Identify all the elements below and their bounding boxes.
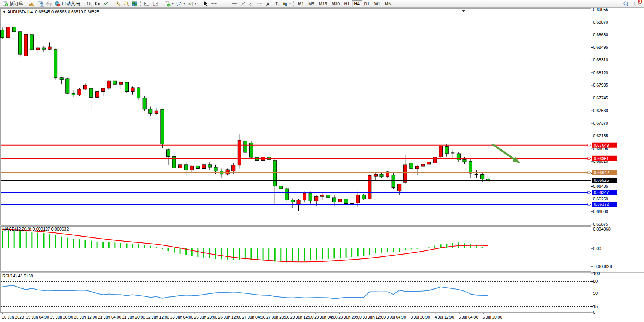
timeframe-d1-button[interactable]: D1 xyxy=(362,0,372,7)
candle-body xyxy=(309,193,312,201)
timeframe-h4-button[interactable]: H4 xyxy=(352,0,362,7)
auto-trading-button-label: 自动交易 xyxy=(62,0,80,7)
arrows-icon xyxy=(282,1,288,7)
indicators-icon xyxy=(164,1,171,7)
rsi-axis-tick: 100 xyxy=(593,271,600,276)
macd-indicator-label: MACD(12,26,9) 0.000127 0.000632 xyxy=(2,227,69,231)
search-button[interactable] xyxy=(622,0,630,7)
vertical-line-button[interactable] xyxy=(222,0,230,7)
toolbar-right-group: 1 xyxy=(622,0,644,7)
candle-body xyxy=(356,195,360,203)
price-axis-tick: 0.68310 xyxy=(593,58,608,62)
auto-scroll-button[interactable] xyxy=(143,0,151,7)
timeframe-w1-button[interactable]: W1 xyxy=(372,0,383,7)
time-axis-label: 19 Jun 20:00 xyxy=(50,315,73,319)
timeframe-m15-button[interactable]: M15 xyxy=(317,0,329,7)
zoom-out-button[interactable] xyxy=(122,0,131,7)
candle-body xyxy=(48,47,51,49)
toolbar-separator xyxy=(293,1,294,6)
time-axis-label: 27 Jun 20:00 xyxy=(266,315,290,319)
new-order-button[interactable]: 新订单 xyxy=(1,0,24,7)
user-chart-button[interactable] xyxy=(37,0,45,7)
candle-body xyxy=(469,161,472,173)
candle-body xyxy=(392,175,395,188)
price-axis-tick: 0.68870 xyxy=(593,20,608,24)
line-anchor-marker[interactable] xyxy=(588,171,590,174)
svg-text:A: A xyxy=(266,1,269,6)
equidistant-channel-button[interactable]: E xyxy=(247,0,255,7)
macd-chart-pane[interactable] xyxy=(1,226,591,272)
line-anchor-marker[interactable] xyxy=(588,203,590,205)
vertical-line-icon xyxy=(223,1,229,7)
horizontal-line-button[interactable] xyxy=(230,0,239,7)
chart-shift-button[interactable] xyxy=(151,0,159,7)
price-axis-tick: 0.69055 xyxy=(593,8,608,12)
line-anchor-marker[interactable] xyxy=(588,144,590,146)
candle-body xyxy=(320,195,324,197)
candle-body xyxy=(66,79,69,93)
trendline-button[interactable] xyxy=(239,0,247,7)
candle-body xyxy=(13,27,16,32)
periods-icon xyxy=(176,1,182,7)
candle-body xyxy=(113,81,116,84)
tile-windows-button[interactable] xyxy=(131,0,139,7)
candle-body xyxy=(486,179,490,181)
candle-body xyxy=(179,165,182,168)
line-anchor-marker[interactable] xyxy=(588,157,590,160)
candle-body xyxy=(315,196,318,201)
candlestick-chart-button[interactable] xyxy=(93,0,102,7)
time-axis-label: 21 Jun 04:00 xyxy=(98,315,121,319)
candle-body xyxy=(196,166,199,168)
gold-bars-icon xyxy=(29,1,35,7)
notifications-button[interactable]: 1 xyxy=(633,0,641,7)
rsi-indicator-label: RSI(14) 43.5138 xyxy=(2,274,33,278)
price-axis-tick: 0.68495 xyxy=(593,45,608,50)
symbol-dropdown-icon[interactable]: ▼ xyxy=(3,10,6,14)
zoom-out-icon xyxy=(123,1,129,7)
timeframe-m30-button[interactable]: M30 xyxy=(329,0,342,7)
chart-canvas[interactable]: 0.690550.688700.686800.684950.683100.681… xyxy=(0,8,644,322)
candle-body xyxy=(279,186,282,189)
quote-ohlc: 0.66545 0.66563 0.66519 0.66525 xyxy=(35,10,99,14)
fibonacci-button[interactable]: F xyxy=(255,0,264,7)
candle-body xyxy=(107,81,111,88)
candle-body xyxy=(445,146,448,154)
bar-chart-button[interactable] xyxy=(85,0,93,7)
zoom-in-button[interactable] xyxy=(114,0,122,7)
timeframe-h1-button[interactable]: H1 xyxy=(342,0,352,7)
timeframe-mn-button[interactable]: MN xyxy=(383,0,394,7)
text-label-button[interactable]: T xyxy=(272,0,281,7)
candle-body xyxy=(202,165,206,169)
chart-shift-icon xyxy=(152,1,158,7)
timeframe-m5-button[interactable]: M5 xyxy=(306,0,316,7)
text-label-icon: T xyxy=(273,1,279,7)
price-axis-tick: 0.67370 xyxy=(593,121,608,125)
cursor-button[interactable] xyxy=(201,0,210,7)
indicators-button[interactable]: ▾ xyxy=(163,0,175,7)
gold-bars-button[interactable] xyxy=(28,0,37,7)
candle-body xyxy=(1,30,4,38)
auto-trading-button[interactable]: 自动交易 xyxy=(53,0,81,7)
crosshair-button[interactable] xyxy=(210,0,218,7)
line-chart-button[interactable] xyxy=(102,0,110,7)
templates-button[interactable]: ▾ xyxy=(186,0,198,7)
svg-text:T: T xyxy=(276,2,278,6)
toolbar-separator xyxy=(83,1,83,6)
arrows-button[interactable]: ▾ xyxy=(281,0,292,7)
text-button[interactable]: A xyxy=(264,0,272,7)
signal-button[interactable] xyxy=(45,0,53,7)
candle-body xyxy=(398,184,401,191)
timeframe-m1-button[interactable]: M1 xyxy=(296,0,306,7)
candle-body xyxy=(427,162,431,164)
candlestick-chart-icon xyxy=(94,1,100,7)
candle-body xyxy=(415,166,419,169)
text-icon: A xyxy=(265,1,271,7)
candle-body xyxy=(125,82,128,92)
candle-body xyxy=(327,195,330,198)
candle-body xyxy=(332,198,336,202)
periods-button[interactable]: ▾ xyxy=(175,0,186,7)
price-axis-tick: 0.66060 xyxy=(593,209,608,214)
candle-body xyxy=(481,175,484,179)
line-anchor-marker[interactable] xyxy=(588,191,590,194)
time-axis-label: 16 Jun 2023 xyxy=(2,315,24,319)
